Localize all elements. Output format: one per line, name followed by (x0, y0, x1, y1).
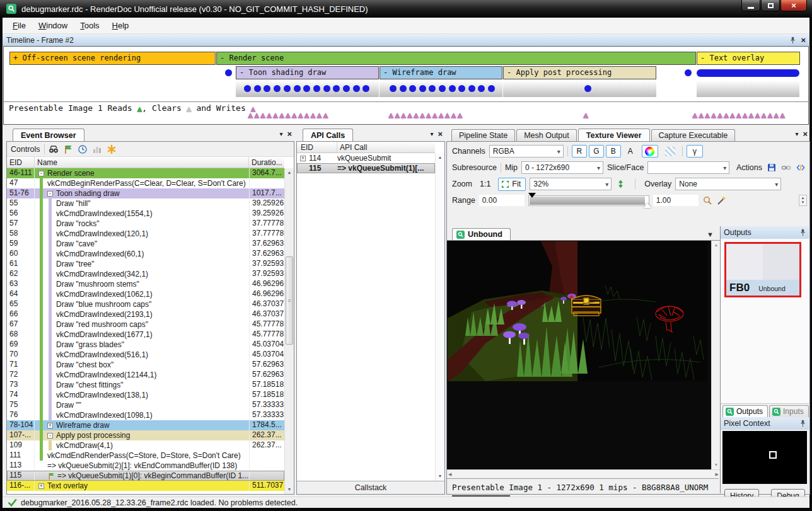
timeline-marker-bar[interactable]: - Apply post processing (503, 66, 656, 79)
scroll-right-icon[interactable]: ▶ (716, 472, 719, 477)
event-row[interactable]: 76vkCmdDrawIndexed(1098,1)57.33333 (7, 410, 284, 420)
zoom-select[interactable]: 32% (530, 178, 612, 190)
bookmark-icon[interactable] (107, 144, 117, 154)
tab-texture-viewer[interactable]: Texture Viewer (578, 129, 650, 141)
scroll-up-icon[interactable]: ▲ (285, 168, 294, 177)
zoom-range-icon[interactable] (702, 195, 713, 206)
scroll-down-icon[interactable]: ▼ (712, 461, 721, 469)
timeline-panel-header[interactable]: Timeline - Frame #2 × (3, 34, 809, 46)
event-row[interactable]: 70vkCmdDrawIndexed(516,1)45.03704 (7, 350, 284, 360)
event-row[interactable]: 74vkCmdDrawIndexed(138,1)57.18518 (7, 390, 284, 400)
channel-b-button[interactable]: B (606, 145, 621, 158)
scroll-down-icon[interactable]: ▼ (285, 485, 294, 494)
column-eid[interactable]: EID (297, 142, 337, 152)
event-row[interactable]: 51-76-Toon shading draw1017.7... (7, 188, 284, 198)
scroll-down-icon[interactable]: ▼ (436, 472, 444, 481)
event-row[interactable]: 57Draw "rocks"37.77778 (7, 219, 284, 229)
close-panel-icon[interactable]: × (287, 130, 292, 138)
tab-capture-executable[interactable]: Capture Executable (651, 129, 736, 141)
draw-call-dot[interactable] (685, 69, 692, 76)
draw-call-dot[interactable] (584, 85, 591, 92)
event-row[interactable]: 107-...-Apply post processing262.37... (7, 430, 284, 440)
find-icon[interactable] (49, 144, 59, 154)
flip-vertical-icon[interactable] (615, 179, 626, 190)
draw-call-dot[interactable] (294, 85, 301, 92)
draw-call-dot[interactable] (449, 85, 456, 92)
colorwheel-button[interactable] (642, 145, 658, 158)
event-row[interactable]: 115=> vkQueueSubmit(1)[0]: vkBeginComman… (7, 471, 284, 481)
alpha-background-button[interactable] (662, 145, 678, 158)
slice-face-select[interactable] (647, 161, 729, 174)
event-row[interactable]: 116-...+Text overlay511.7037 (7, 481, 284, 491)
menu-item-file[interactable]: File (6, 19, 32, 32)
event-row[interactable]: 59Draw "cave"37.62963 (7, 239, 284, 249)
texture-preview-image[interactable] (448, 241, 707, 381)
draw-call-dot[interactable] (400, 85, 407, 92)
event-row[interactable]: 65Draw "blue mushroom caps"46.37037 (7, 299, 284, 309)
channels-select[interactable]: RGBA (489, 145, 564, 158)
event-row[interactable]: 111vkCmdEndRenderPass(C=Store, D=Store, … (7, 451, 284, 461)
autofit-wand-icon[interactable] (717, 195, 728, 206)
pixel-context-view[interactable] (722, 431, 807, 484)
draw-call-dot[interactable] (353, 85, 360, 92)
timeline-marker-bar[interactable]: - Render scene (216, 52, 696, 65)
scroll-up-icon[interactable]: ▲ (712, 241, 721, 250)
event-row[interactable]: 47vkCmdBeginRenderPass(C=Clear, D=Clear,… (7, 178, 284, 188)
channel-r-button[interactable]: R (572, 145, 587, 158)
tab-mesh-output[interactable]: Mesh Output (516, 129, 577, 141)
minimize-button[interactable] (741, 0, 760, 11)
range-white-point-handle[interactable] (644, 203, 651, 208)
menu-item-tools[interactable]: Tools (74, 19, 105, 32)
menu-item-help[interactable]: Help (106, 19, 136, 32)
range-spinner[interactable]: ▲▼ (799, 195, 807, 206)
timeline-marker-bar[interactable]: + Off-screen scene rendering (9, 52, 216, 65)
scroll-up-icon[interactable]: ▲ (436, 153, 444, 162)
tab-api-calls[interactable]: API Calls (303, 129, 353, 141)
draw-call-dot[interactable] (468, 85, 475, 92)
event-row[interactable]: 73Draw "chest fittings"57.18518 (7, 380, 284, 390)
pin-icon[interactable] (790, 37, 796, 44)
event-row[interactable]: 68vkCmdDrawIndexed(1677,1)45.77778 (7, 330, 284, 340)
close-button[interactable]: × (780, 0, 807, 11)
expander-icon[interactable]: + (47, 423, 53, 428)
event-row[interactable]: 72vkCmdDrawIndexed(12144,1)57.62963 (7, 370, 284, 380)
range-slider[interactable] (528, 195, 649, 206)
tab-inputs[interactable]: Inputs (769, 405, 809, 417)
fb0-thumbnail[interactable]: FB0 Unbound (724, 242, 801, 297)
event-row[interactable]: 63Draw "mushroom stems"46.96296 (7, 279, 284, 289)
column-name[interactable]: Name (35, 157, 249, 168)
event-row[interactable]: 55Draw "hill"39.25926 (7, 198, 284, 209)
expander-icon[interactable]: - (47, 433, 53, 439)
draw-call-dot[interactable] (225, 69, 232, 76)
channel-g-button[interactable]: G (589, 145, 604, 158)
gamma-button[interactable]: γ (687, 145, 703, 158)
event-row[interactable]: 109vkCmdDraw(4,1)262.37... (7, 440, 284, 451)
range-max-field[interactable]: 1.00 (653, 195, 699, 206)
tab-pipeline-state[interactable]: Pipeline State (451, 129, 515, 141)
draw-call-dot[interactable] (244, 85, 251, 92)
draw-call-dot[interactable] (254, 85, 261, 92)
scroll-thumb[interactable]: ≡ (286, 256, 293, 345)
close-panel-icon[interactable]: × (803, 130, 808, 138)
mip-select[interactable]: 0 - 1272x690 (521, 161, 603, 174)
pin-icon[interactable] (800, 229, 806, 236)
event-row[interactable]: 113=> vkQueueSubmit(2)[1]: vkEndCommandB… (7, 461, 284, 471)
draw-call-dot[interactable] (390, 85, 397, 92)
event-row[interactable]: 66vkCmdDrawIndexed(2193,1)46.37037 (7, 309, 284, 319)
expander-icon[interactable]: + (38, 483, 44, 489)
open-code-icon[interactable] (795, 163, 806, 173)
event-row[interactable]: 71Draw "chest box"57.62963 (7, 360, 284, 370)
event-row[interactable]: 67Draw "red mushroom caps"45.77778 (7, 319, 284, 330)
draw-call-dot[interactable] (419, 85, 426, 92)
range-black-point-handle[interactable] (528, 193, 536, 198)
api-calls-scrollbar[interactable]: ▲ ▼ (435, 153, 444, 481)
callstack-section[interactable]: Callstack (297, 481, 444, 494)
texture-display[interactable]: ▲ ▼ ◀▶ (447, 240, 720, 469)
zoom-1to1-button[interactable]: 1:1 (476, 178, 494, 190)
event-browser-scrollbar[interactable]: ▲ ≡ ▼ (284, 168, 294, 494)
api-call-row[interactable]: +114vkQueueSubmit (297, 153, 435, 163)
draw-call-dot[interactable] (323, 85, 330, 92)
event-row[interactable]: 61Draw "tree"37.92593 (7, 259, 284, 269)
event-row[interactable]: 62vkCmdDrawIndexed(342,1)37.92593 (7, 269, 284, 279)
expander-icon[interactable]: + (300, 156, 306, 161)
